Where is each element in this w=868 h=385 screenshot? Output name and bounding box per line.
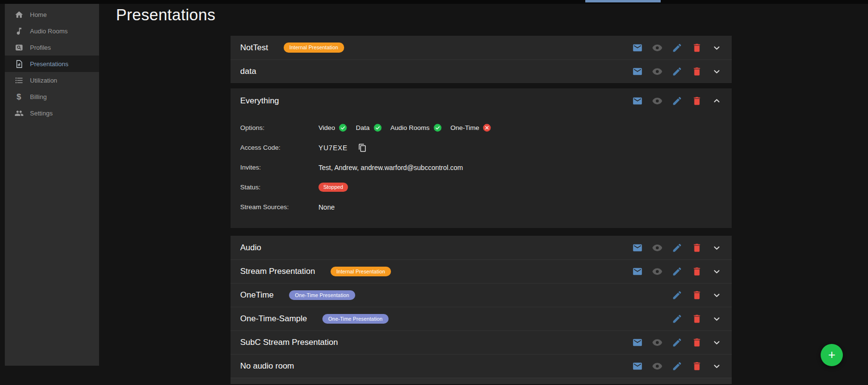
- expand-toggle-button[interactable]: [711, 242, 722, 253]
- chevron-up-icon: [711, 96, 722, 106]
- expand-toggle-button[interactable]: [711, 266, 722, 277]
- mail-icon: [632, 266, 643, 277]
- edit-button[interactable]: [672, 266, 682, 277]
- send-email-button[interactable]: [632, 96, 643, 106]
- sidebar-item-home[interactable]: Home: [5, 6, 99, 23]
- expand-toggle-button[interactable]: [711, 290, 722, 300]
- stream-sources-row: Stream Sources: None: [240, 197, 722, 217]
- option-item: Video: [318, 123, 347, 132]
- edit-button[interactable]: [672, 66, 682, 77]
- presentation-row-onetime[interactable]: OneTime One-Time Presentation: [231, 283, 732, 307]
- edit-button[interactable]: [672, 361, 682, 371]
- edit-button[interactable]: [672, 337, 682, 348]
- preview-button[interactable]: [652, 96, 663, 106]
- send-email-button[interactable]: [632, 266, 643, 277]
- status-label: Status:: [240, 184, 318, 191]
- expand-toggle-button[interactable]: [711, 314, 722, 324]
- send-email-button[interactable]: [632, 43, 643, 53]
- edit-button[interactable]: [672, 96, 682, 106]
- chevron-down-icon: [711, 43, 722, 53]
- presentation-row-audio[interactable]: Audio: [231, 236, 732, 259]
- send-email-button[interactable]: [632, 337, 643, 348]
- home-icon: [14, 9, 24, 20]
- chevron-down-icon: [711, 266, 722, 277]
- options-list: Video Data Audio Rooms One-Time: [318, 123, 492, 132]
- delete-icon: [692, 314, 702, 324]
- sidebar-nav: Home Audio Rooms Profiles Presentations …: [5, 4, 99, 366]
- delete-button[interactable]: [692, 66, 702, 77]
- add-presentation-button[interactable]: +: [821, 344, 843, 366]
- edit-button[interactable]: [672, 43, 682, 53]
- option-item: One-Time: [450, 123, 492, 132]
- sidebar-item-utilization[interactable]: Utilization: [5, 72, 99, 88]
- presentation-row-no-audio-room[interactable]: No audio room: [231, 354, 732, 378]
- expand-toggle-button[interactable]: [711, 337, 722, 348]
- send-email-button[interactable]: [632, 242, 643, 253]
- preview-button[interactable]: [652, 266, 663, 277]
- eye-icon: [652, 361, 663, 371]
- chevron-down-icon: [711, 314, 722, 324]
- delete-button[interactable]: [692, 290, 702, 300]
- preview-button[interactable]: [652, 242, 663, 253]
- delete-icon: [692, 242, 702, 253]
- delete-button[interactable]: [692, 242, 702, 253]
- presentation-row-one-time-sample[interactable]: One-Time-Sample One-Time Presentation: [231, 307, 732, 330]
- presentation-group-expanded: Everything Options: Video Data Audio Roo…: [231, 88, 732, 228]
- presentation-row-stream-presentation[interactable]: Stream Presentation Internal Presentatio…: [231, 259, 732, 283]
- send-email-button[interactable]: [632, 361, 643, 371]
- invites-value: Test, Andrew, andrew.warford@subccontrol…: [318, 164, 463, 171]
- edit-icon: [672, 361, 682, 371]
- sidebar-item-audio-rooms[interactable]: Audio Rooms: [5, 23, 99, 39]
- delete-button[interactable]: [692, 266, 702, 277]
- preview-button[interactable]: [652, 43, 663, 53]
- presentation-name: NotTest: [240, 43, 268, 53]
- edit-button[interactable]: [672, 242, 682, 253]
- presentation-name: OneTime: [240, 290, 274, 300]
- presentation-name: data: [240, 67, 256, 76]
- option-item: Data: [356, 123, 382, 132]
- delete-icon: [692, 43, 702, 53]
- presentation-row-data[interactable]: data: [231, 59, 732, 83]
- people-icon: [14, 108, 24, 118]
- edit-button[interactable]: [672, 314, 682, 324]
- preview-button[interactable]: [652, 66, 663, 77]
- copy-access-code-button[interactable]: [358, 143, 367, 152]
- delete-button[interactable]: [692, 361, 702, 371]
- presentation-row-subc-stream-presentation[interactable]: SubC Stream Presentation: [231, 330, 732, 354]
- presentation-name: No audio room: [240, 361, 294, 371]
- sidebar-item-label: Billing: [30, 93, 47, 100]
- expand-toggle-button[interactable]: [711, 43, 722, 53]
- send-email-button[interactable]: [632, 66, 643, 77]
- status-badge: Stopped: [318, 183, 348, 192]
- eye-icon: [652, 266, 663, 277]
- delete-button[interactable]: [692, 337, 702, 348]
- delete-button[interactable]: [692, 43, 702, 53]
- presentation-row-nottest[interactable]: NotTest Internal Presentation: [231, 36, 732, 59]
- row-actions: [632, 66, 722, 77]
- edit-icon: [672, 96, 682, 106]
- sidebar-item-profiles[interactable]: Profiles: [5, 39, 99, 56]
- expand-toggle-button[interactable]: [711, 66, 722, 77]
- sidebar-item-settings[interactable]: Settings: [5, 105, 99, 121]
- expand-toggle-button[interactable]: [711, 361, 722, 371]
- edit-icon: [672, 242, 682, 253]
- music-note-icon: [14, 26, 24, 36]
- preview-button[interactable]: [652, 361, 663, 371]
- preview-button[interactable]: [652, 337, 663, 348]
- sidebar-item-presentations[interactable]: Presentations: [5, 56, 99, 72]
- option-label: One-Time: [450, 124, 479, 131]
- presentation-row-everything[interactable]: Everything: [231, 88, 732, 114]
- sidebar-item-label: Utilization: [30, 77, 57, 84]
- row-actions: [632, 43, 722, 53]
- presentation-type-badge: One-Time Presentation: [289, 290, 355, 300]
- access-code-row: Access Code: YU7EXE: [240, 138, 722, 157]
- sidebar-item-billing[interactable]: $ Billing: [5, 88, 99, 105]
- expand-toggle-button[interactable]: [711, 96, 722, 106]
- check-circle-icon: [433, 123, 442, 132]
- eye-icon: [652, 43, 663, 53]
- delete-icon: [692, 361, 702, 371]
- edit-button[interactable]: [672, 290, 682, 300]
- delete-button[interactable]: [692, 96, 702, 106]
- delete-button[interactable]: [692, 314, 702, 324]
- browser-tab-strip: [585, 0, 661, 2]
